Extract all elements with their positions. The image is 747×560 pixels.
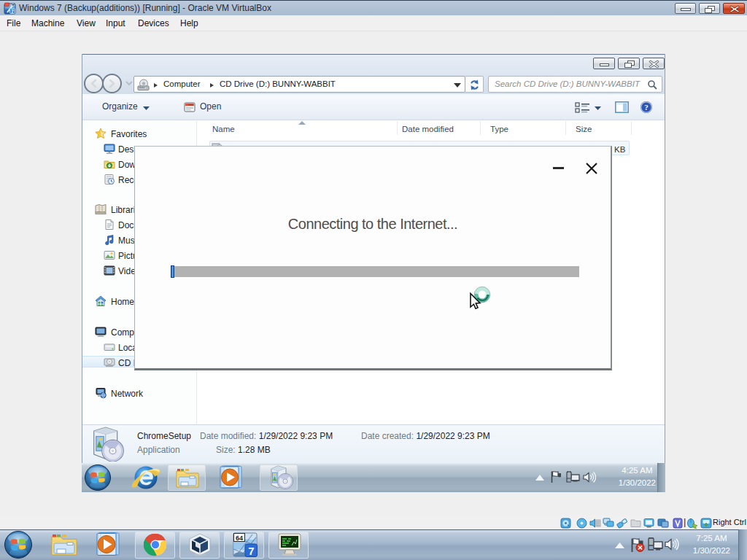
svg-text:7: 7 — [248, 545, 254, 557]
svg-text:64: 64 — [236, 534, 243, 542]
svg-text:7: 7 — [11, 9, 14, 14]
svg-text:?: ? — [644, 103, 649, 112]
